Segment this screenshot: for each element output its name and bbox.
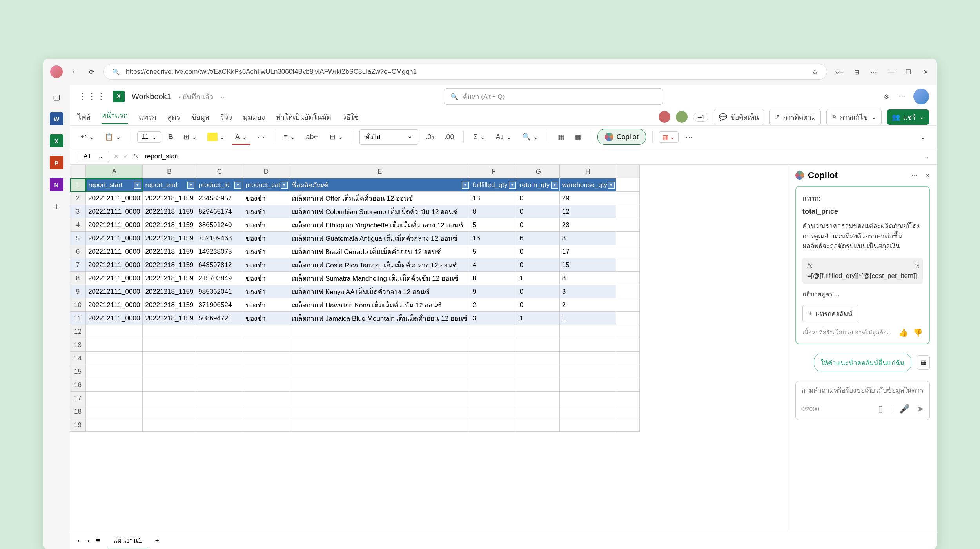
cell[interactable] (559, 365, 616, 378)
cell[interactable]: 1 (559, 312, 616, 325)
filter-icon[interactable]: ▾ (187, 182, 194, 189)
filter-icon[interactable]: ▾ (234, 182, 241, 189)
cell[interactable]: 16 (470, 232, 517, 245)
cell[interactable]: ของชำ (243, 205, 289, 218)
confirm-formula-icon[interactable]: ✓ (123, 153, 129, 160)
collections-icon[interactable]: ⊞ (852, 67, 861, 76)
cell[interactable]: 20221218_1159 (143, 272, 196, 285)
cell[interactable]: 1 (517, 272, 559, 285)
cell[interactable]: 20221218_1159 (143, 205, 196, 218)
cell[interactable]: 202212111_0000 (86, 258, 143, 272)
tab-view[interactable]: มุมมอง (243, 111, 265, 123)
cell[interactable]: 829465174 (196, 205, 243, 218)
cell[interactable]: 0 (517, 285, 559, 298)
cell[interactable]: 20221218_1159 (143, 192, 196, 205)
tab-automate[interactable]: ทำให้เป็นอัตโนมัติ (276, 111, 331, 123)
thumbs-down-icon[interactable]: 👎 (913, 328, 923, 337)
cell[interactable]: 20221218_1159 (143, 285, 196, 298)
cell[interactable] (196, 365, 243, 378)
fill-color-button[interactable]: ⌄ (204, 130, 228, 144)
align-button[interactable]: ≡ ⌄ (281, 130, 299, 144)
select-all-corner[interactable] (70, 165, 86, 178)
autosum-button[interactable]: Σ ⌄ (470, 130, 488, 144)
cell[interactable] (559, 378, 616, 392)
cell[interactable]: เมล็ดกาแฟ Brazil Cerrado เต็มเม็ดคั่วอ่อ… (289, 245, 470, 258)
cell[interactable]: 0 (517, 205, 559, 218)
tab-insert[interactable]: แทรก (139, 111, 156, 123)
cell[interactable] (196, 392, 243, 405)
cell[interactable] (143, 325, 196, 338)
url-input[interactable] (126, 68, 805, 76)
table-row[interactable]: 16 (70, 378, 640, 392)
cell[interactable] (517, 325, 559, 338)
col-header[interactable]: C (196, 165, 243, 178)
row-header[interactable]: 2 (70, 192, 86, 205)
all-sheets-icon[interactable]: ≡ (96, 537, 100, 545)
cell[interactable] (470, 405, 517, 418)
cell[interactable]: 20221218_1159 (143, 312, 196, 325)
table-row[interactable]: 4202212111_000020221218_1159386591240ของ… (70, 218, 640, 232)
copilot-suggestion-pill[interactable]: ให้คำแนะนำคอลัมน์อื่นแก่ฉัน (814, 354, 911, 371)
cell[interactable] (289, 365, 470, 378)
cell[interactable] (517, 418, 559, 432)
cell[interactable]: 386591240 (196, 218, 243, 232)
workbook-name[interactable]: Workbook1 (132, 92, 171, 101)
row-header[interactable]: 18 (70, 405, 86, 418)
attach-icon[interactable]: ▯ (878, 404, 883, 414)
user-avatar[interactable] (913, 89, 929, 104)
cell[interactable]: 202212111_0000 (86, 272, 143, 285)
cell[interactable] (517, 338, 559, 352)
cell[interactable]: 215703849 (196, 272, 243, 285)
table-row[interactable]: 14 (70, 352, 640, 365)
table-header-cell[interactable]: return_qty▾ (517, 178, 559, 192)
cell[interactable]: 371906524 (196, 298, 243, 312)
filter-icon[interactable]: ▾ (281, 182, 288, 189)
cell[interactable] (559, 392, 616, 405)
cell[interactable]: ของชำ (243, 312, 289, 325)
cell[interactable] (559, 352, 616, 365)
cell[interactable] (86, 392, 143, 405)
table-row[interactable]: 18 (70, 405, 640, 418)
cell[interactable]: 234583957 (196, 192, 243, 205)
row-header[interactable]: 17 (70, 392, 86, 405)
cell[interactable] (470, 418, 517, 432)
sheet-tab[interactable]: แผ่นงาน1 (107, 532, 148, 549)
table-header-cell[interactable]: fullfilled_qty▾ (470, 178, 517, 192)
cell[interactable]: เมล็ดกาแฟ Jamaica Blue Mountain เต็มเม็ด… (289, 312, 470, 325)
more-icon[interactable]: ⋯ (911, 172, 918, 179)
profile-avatar[interactable] (50, 65, 63, 78)
collapse-ribbon-icon[interactable]: ⌄ (917, 130, 929, 144)
col-header[interactable]: B (143, 165, 196, 178)
presence-more[interactable]: +4 (693, 113, 708, 122)
font-color-button[interactable]: A ⌄ (232, 130, 250, 144)
cell[interactable] (517, 405, 559, 418)
cell[interactable] (196, 378, 243, 392)
tab-home[interactable]: หน้าแรก (102, 109, 128, 124)
merge-button[interactable]: ⊟ ⌄ (327, 130, 347, 144)
next-sheet-icon[interactable]: › (87, 537, 89, 545)
wrap-button[interactable]: ab↵ (303, 130, 323, 144)
cell[interactable]: เมล็ดกาแฟ Sumatra Mandheling เต็มเม็ดคั่… (289, 272, 470, 285)
cell[interactable]: 4 (470, 258, 517, 272)
cell[interactable] (616, 392, 639, 405)
cell[interactable] (289, 338, 470, 352)
row-header[interactable]: 11 (70, 312, 86, 325)
table-row[interactable]: 7202212111_000020221218_1159643597812ของ… (70, 258, 640, 272)
presence-avatar[interactable] (676, 111, 688, 123)
cell[interactable] (616, 352, 639, 365)
cell[interactable]: ของชำ (243, 218, 289, 232)
sort-button[interactable]: A↓ ⌄ (493, 130, 515, 144)
cell[interactable] (289, 418, 470, 432)
cell[interactable] (86, 352, 143, 365)
onenote-icon[interactable]: N (50, 178, 63, 191)
cell[interactable]: เมล็ดกาแฟ Colombian Supremo เต็มเม็ดคั่ว… (289, 205, 470, 218)
more-icon[interactable]: ⋯ (869, 67, 878, 76)
cell[interactable]: 985362041 (196, 285, 243, 298)
col-header[interactable]: H (559, 165, 616, 178)
cell[interactable] (86, 365, 143, 378)
cell[interactable] (243, 352, 289, 365)
copy-icon[interactable]: ⎘ (915, 262, 919, 269)
cell[interactable]: 20221218_1159 (143, 298, 196, 312)
cell[interactable] (470, 338, 517, 352)
cell[interactable] (196, 405, 243, 418)
